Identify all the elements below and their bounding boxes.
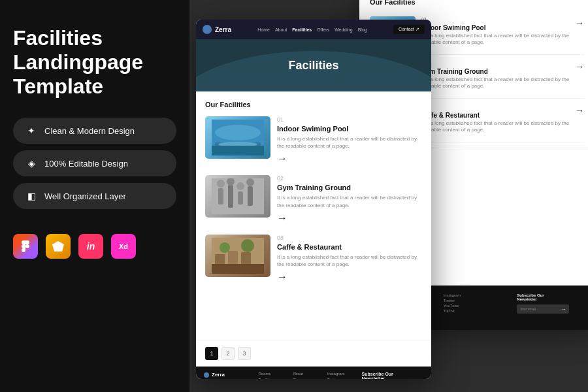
footer-about[interactable]: About bbox=[293, 372, 321, 376]
svg-rect-5 bbox=[212, 146, 264, 155]
back-newsletter-title: Subscribe OurNewsletter bbox=[517, 293, 584, 301]
nav-wedding[interactable]: Wedding bbox=[335, 27, 353, 32]
back-facility-2-num: 02 bbox=[421, 60, 570, 67]
mockup-area: Our Facilities 🏊 01 Indoor Swiming Pool … bbox=[189, 0, 588, 392]
footer-blog[interactable]: Blog bbox=[293, 378, 321, 379]
badge-organized-label: Well Organized Layer bbox=[44, 191, 126, 201]
invision-icon: in bbox=[78, 234, 103, 259]
facility-3-num: 03 bbox=[277, 235, 422, 241]
footer-facilities[interactable]: Facilities bbox=[259, 378, 287, 379]
back-footer-tiktok: TikTok bbox=[444, 309, 511, 313]
facility-1-name: Indoor Swiming Pool bbox=[277, 125, 422, 133]
back-facility-3-arrow: → bbox=[575, 105, 584, 116]
footer-logo-dot bbox=[204, 372, 209, 378]
front-page-mockup: Zerra Home About Facilities Offers Weddi… bbox=[196, 20, 431, 379]
figma-icon bbox=[13, 234, 38, 259]
facility-item-2: 02 Gym Training Ground It is a long esta… bbox=[205, 175, 422, 223]
facility-2-info: 02 Gym Training Ground It is a long esta… bbox=[277, 175, 422, 223]
back-facility-1-desc: It is a long established fact that a rea… bbox=[421, 33, 570, 46]
page-2[interactable]: 2 bbox=[221, 347, 235, 360]
svg-rect-10 bbox=[248, 186, 253, 206]
badge-editable: ◈ 100% Editable Design bbox=[13, 150, 176, 176]
footer-newsletter: Subscribe OurNewsletter Your email → Ter… bbox=[362, 372, 423, 379]
back-footer-newsletter-col: Subscribe OurNewsletter Your email → bbox=[517, 293, 584, 314]
facility-3-image bbox=[205, 235, 270, 277]
svg-rect-7 bbox=[218, 188, 223, 204]
back-facility-1-name: Indoor Swiming Pool bbox=[421, 24, 570, 31]
tool-icons: in Xd bbox=[13, 234, 176, 259]
back-newsletter-placeholder: Your email bbox=[520, 307, 535, 311]
back-facility-2-content: 02 Gym Training Ground It is a long esta… bbox=[421, 60, 570, 90]
pagination: 1 2 3 bbox=[196, 340, 431, 367]
back-facility-2-desc: It is a long established fact that a rea… bbox=[421, 76, 570, 90]
svg-rect-8 bbox=[228, 185, 233, 208]
facility-1-num: 01 bbox=[277, 116, 422, 123]
footer-links-col-1: Rooms Facilities Offers bbox=[259, 372, 287, 379]
footer-logo-section: Zerra 2020 Mineral Point Ave966 Washingt… bbox=[204, 372, 252, 379]
logo-text: Zerra bbox=[215, 26, 231, 33]
badge-editable-label: 100% Editable Design bbox=[44, 159, 128, 169]
nav-blog[interactable]: Blog bbox=[358, 27, 367, 32]
badge-clean-design: ✦ Clean & Modern Design bbox=[13, 118, 176, 144]
svg-rect-19 bbox=[212, 264, 264, 274]
back-newsletter-submit-icon: → bbox=[561, 306, 566, 312]
contact-button[interactable]: Contact ↗ bbox=[393, 25, 425, 34]
facility-2-image bbox=[205, 175, 270, 218]
page-1[interactable]: 1 bbox=[205, 347, 218, 360]
badge-organized: ◧ Well Organized Layer bbox=[13, 183, 176, 209]
footer-social-col: Instagram Twitter YouTube bbox=[327, 372, 355, 379]
svg-marker-0 bbox=[52, 241, 64, 252]
facility-3-arrow[interactable]: → bbox=[277, 271, 422, 283]
mock-navbar: Zerra Home About Facilities Offers Weddi… bbox=[196, 20, 431, 39]
back-facility-2-name: Gym Training Ground bbox=[421, 68, 570, 75]
mock-hero: Facilities bbox=[196, 39, 431, 91]
svg-rect-9 bbox=[238, 191, 243, 204]
back-facility-1-content: 01 Indoor Swiming Pool It is a long esta… bbox=[421, 16, 570, 46]
facility-2-desc: It is a long established fact that a rea… bbox=[277, 194, 422, 208]
back-newsletter-input[interactable]: Your email → bbox=[517, 304, 569, 314]
nav-offers[interactable]: Offers bbox=[317, 27, 329, 32]
page-3[interactable]: 3 bbox=[238, 347, 251, 360]
back-section-title: Our Facilities bbox=[370, 0, 584, 6]
footer-instagram[interactable]: Instagram bbox=[327, 372, 355, 376]
badge-clean-design-label: Clean & Modern Design bbox=[44, 126, 135, 136]
back-footer-col-2: Instagram Twitter YouTube TikTok bbox=[444, 293, 511, 314]
svg-point-13 bbox=[237, 182, 244, 190]
mock-content: Our Facilities 01 bbox=[196, 91, 431, 340]
facility-item-1: 01 Indoor Swiming Pool It is a long esta… bbox=[205, 116, 422, 165]
facility-2-name: Gym Training Ground bbox=[277, 184, 422, 191]
back-footer-instagram: Instagram bbox=[444, 293, 511, 297]
svg-point-2 bbox=[215, 125, 261, 140]
mock-footer: Zerra 2020 Mineral Point Ave966 Washingt… bbox=[196, 367, 431, 379]
back-facility-1-num: 01 bbox=[421, 16, 570, 23]
mock-nav-links: Home About Facilities Offers Wedding Blo… bbox=[257, 27, 367, 32]
mock-logo: Zerra bbox=[203, 25, 231, 34]
footer-logo: Zerra bbox=[204, 372, 252, 378]
xd-icon: Xd bbox=[111, 234, 136, 259]
nav-about[interactable]: About bbox=[275, 27, 287, 32]
svg-point-20 bbox=[220, 242, 230, 253]
facility-item-3: 03 Caffe & Restaurant It is a long estab… bbox=[205, 235, 422, 283]
logo-icon bbox=[203, 25, 212, 34]
nav-home[interactable]: Home bbox=[257, 27, 270, 32]
hero-title: Facilities bbox=[288, 59, 338, 73]
facility-1-arrow[interactable]: → bbox=[277, 153, 422, 165]
facility-2-arrow[interactable]: → bbox=[277, 212, 422, 224]
back-facility-2-arrow: → bbox=[575, 61, 584, 72]
footer-twitter[interactable]: Twitter bbox=[327, 378, 355, 379]
footer-rooms[interactable]: Rooms bbox=[259, 372, 287, 376]
nav-facilities[interactable]: Facilities bbox=[292, 27, 312, 32]
svg-point-14 bbox=[246, 178, 254, 186]
footer-links-col-2: About Blog Careers Location bbox=[293, 372, 321, 379]
svg-point-11 bbox=[217, 180, 225, 188]
left-panel: FacilitiesLandingpageTemplate ✦ Clean & … bbox=[0, 0, 189, 392]
facility-3-desc: It is a long established fact that a rea… bbox=[277, 253, 422, 268]
star-icon: ✦ bbox=[25, 124, 38, 137]
facility-2-num: 02 bbox=[277, 175, 422, 182]
back-facility-3-num: 03 bbox=[421, 104, 570, 110]
section-title: Our Facilities bbox=[205, 101, 422, 108]
back-facility-1-arrow: → bbox=[575, 18, 584, 28]
back-facility-3-name: Caffe & Restaurant bbox=[421, 112, 570, 119]
edit-icon: ◈ bbox=[25, 157, 38, 170]
facility-3-info: 03 Caffe & Restaurant It is a long estab… bbox=[277, 235, 422, 283]
